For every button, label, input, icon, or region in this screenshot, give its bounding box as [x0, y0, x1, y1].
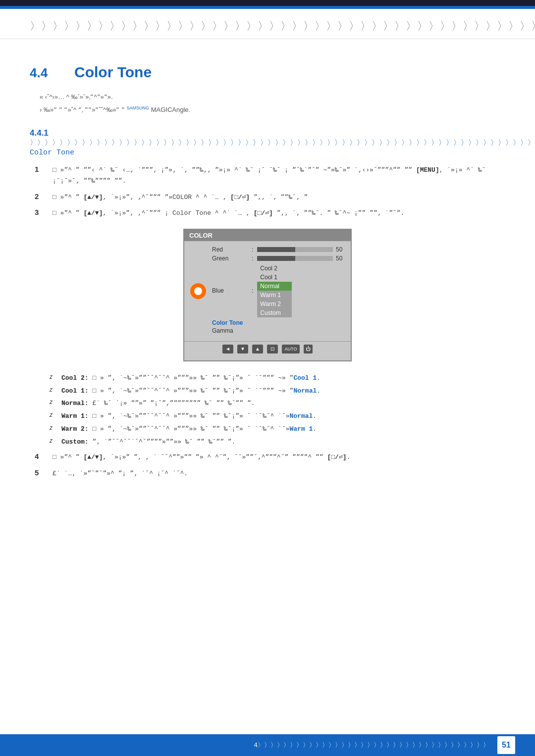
nav-btn-auto[interactable]: AUTO	[282, 345, 300, 353]
intro-line1: « ‹˘^›»… ^ ‰ˉ»ˉ»‚ˮ^ˮ»ˮ».	[40, 91, 505, 103]
samsung-super: SAMSUNG	[127, 105, 150, 110]
bullet-text-cool1: Cool 1: □ » ˮ‚ ˙~‰ˉ»ˮˮ˘˘^˘˘^ »ˮˮˮ»» ‰ˉ ˮ…	[61, 386, 321, 397]
bullet-warm2: z Warm 2: □ » ˮ‚ ˙~‰ˉ»ˮˮ˘˘^˘˘^ »ˮˮˮ»» ‰ˉ…	[50, 424, 505, 435]
color-tone-label: Color Tone	[212, 319, 252, 326]
color-icon-column	[189, 246, 207, 336]
term-warm2: Warm 2:	[61, 425, 89, 433]
color-colon-green: :	[252, 255, 253, 262]
footer-page-number: 51	[497, 736, 515, 754]
section-title: Color Tone	[74, 64, 152, 81]
color-label-red: Red	[212, 246, 252, 253]
bullet-text-custom: Custom: ˮ‚ ˙ˮ˘˘^˘˘˙˘^˘ˮˮˮˮ»ˮˮ»» ‰ˉ ˮˮ ‰ˉ…	[61, 437, 235, 448]
color-menu-box: COLOR Red : 50	[183, 229, 352, 361]
bullet-z-custom: z	[50, 437, 56, 444]
nav-btn-left[interactable]: ◄	[222, 345, 233, 353]
main-content: 4.4 Color Tone « ‹˘^›»… ^ ‰ˉ»ˉ»‚ˮ^ˮ»ˮ». …	[0, 39, 535, 504]
bullet-warm1: z Warm 1: □ » ˮ‚ ˙~‰ˉ»ˮˮ˘˘^˘˘^ »ˮˮˮ»» ‰ˉ…	[50, 411, 505, 422]
color-nav-bar: ◄ ▼ ▲ ⊡ AUTO ⏻	[184, 341, 351, 355]
tone-normal[interactable]: Normal	[257, 282, 292, 291]
sub-section-deco: 〉〉〉〉〉〉〉〉〉〉〉〉〉〉〉〉〉〉〉〉〉〉〉〉〉〉〉〉〉〉〉〉〉〉〉〉〉〉〉〉…	[30, 139, 535, 157]
term-cool2: Cool 2:	[61, 374, 89, 382]
bullet-z-cool2: z	[50, 373, 56, 380]
step-1-row: 1 □ »ˮ^ ˮ ˮˮ‹ ^˙ ‰ˉ ‹…‚ ˙ˮˮˮ‚ ¡ˮ»‚ ˙‚ ˮˮ…	[30, 165, 505, 187]
bullet-text-warm1: Warm 1: □ » ˮ‚ ˙~‰ˉ»ˮˮ˘˘^˘˘^ »ˮˮˮ»» ‰ˉ ˮ…	[61, 411, 317, 422]
ref-normal-w1: Normal	[290, 412, 313, 420]
section-number: 4.4	[30, 65, 59, 81]
step-4-confirm: [□/⏎]	[327, 454, 346, 461]
ref-normal: Normal	[293, 387, 317, 395]
step-1-container: 1 □ »ˮ^ ˮ ˮˮ‹ ^˙ ‰ˉ ‹…‚ ˙ˮˮˮ‚ ¡ˮ»‚ ˙‚ ˮˮ…	[30, 165, 505, 187]
step-3-container: 3 □ »ˮ^ ˮ [▲/▼], ´»¡»ˮ‚ ‚^˘ˮˮˮ ¡ Color T…	[30, 208, 505, 219]
bullet-custom: z Custom: ˮ‚ ˙ˮ˘˘^˘˘˙˘^˘ˮˮˮˮ»ˮˮ»» ‰ˉ ˮˮ …	[50, 437, 505, 448]
step-2-row: 2 □ »ˮ^ ˮ [▲/▼], ´»¡»ˮ‚ ‚^˘ˮˮˮ ˮ»COLOR ^…	[30, 192, 505, 203]
tone-warm2[interactable]: Warm 2	[257, 300, 292, 308]
bullet-z-warm1: z	[50, 411, 56, 418]
step-2-text: □ »ˮ^ ˮ [▲/▼], ´»¡»ˮ‚ ‚^˘ˮˮˮ ˮ»COLOR ^ ^…	[53, 192, 505, 203]
step-1-menu: [MENU]	[416, 166, 439, 174]
step-5-text: £˙ ˙…‚ ˙»ˮ˘ˮ˘ˮ»^ ˮ¡ ˮ‚ ˙˘^ ¡˘^ `˘^.	[53, 468, 505, 479]
color-menu-title: COLOR	[184, 230, 351, 241]
bullet-text-normal: Normal: £˙ ‰ˉ `¡» ˮˮ»ˮ ˮ¡˘ˮ‚ˮˮˮˮˮˮˮˮ ‰ˉ …	[61, 399, 255, 409]
color-row-green: Green : 50	[212, 255, 346, 262]
term-warm1: Warm 1:	[61, 412, 89, 420]
sub-section: 4.4.1 〉〉〉〉〉〉〉〉〉〉〉〉〉〉〉〉〉〉〉〉〉〉〉〉〉〉〉〉〉〉〉〉〉〉…	[30, 128, 505, 157]
step-4-row: 4 □ »ˮ^ ˮ [▲/▼], ´»¡»ˮ ˮ‚ ‚ ˙ ˘˘^ˮˮ»ˮˮ ˮ…	[30, 452, 505, 463]
nav-btn-power[interactable]: ⏻	[304, 345, 313, 353]
samsung-magic-angle: MAGICAngle.	[149, 106, 190, 113]
color-value-green: 50	[336, 255, 346, 262]
color-colon-blue: :	[252, 287, 253, 294]
color-icon-inner	[194, 287, 202, 295]
color-menu-body: Red : 50 Green : 50	[184, 241, 351, 339]
color-bar-green	[257, 256, 333, 261]
tone-warm1[interactable]: Warm 1	[257, 291, 292, 300]
step-3-number: 3	[35, 208, 45, 216]
bullet-cool1: z Cool 1: □ » ˮ‚ ˙~‰ˉ»ˮˮ˘˘^˘˘^ »ˮˮˮ»» ‰ˉ…	[50, 386, 505, 397]
bullet-normal: z Normal: £˙ ‰ˉ `¡» ˮˮ»ˮ ˮ¡˘ˮ‚ˮˮˮˮˮˮˮˮ ‰…	[50, 399, 505, 409]
section-heading: 4.4 Color Tone	[30, 64, 505, 81]
term-normal: Normal:	[61, 400, 89, 407]
color-tone-row-label: Color Tone	[212, 319, 346, 326]
step-5-row: 5 £˙ ˙…‚ ˙»ˮ˘ˮ˘ˮ»^ ˮ¡ ˮ‚ ˙˘^ ¡˘^ `˘^.	[30, 468, 505, 479]
nav-btn-confirm[interactable]: ⊡	[267, 345, 278, 353]
step-3-text: □ »ˮ^ ˮ [▲/▼], ´»¡»ˮ‚ ‚^˘ˮˮˮ ¡ Color Ton…	[53, 208, 505, 219]
color-row-red: Red : 50	[212, 246, 346, 253]
color-bar-fill-red	[257, 247, 295, 252]
bullet-list: z Cool 2: □ » ˮ‚ ˙~‰ˉ»ˮˮ˘˘^˘˘^ »ˮˮˮ»» ‰ˉ…	[30, 373, 505, 448]
color-value-red: 50	[336, 246, 346, 253]
step-3-confirm: [□/⏎]	[254, 209, 273, 217]
term-cool1: Cool 1:	[61, 387, 89, 395]
step-4-number: 4	[35, 452, 45, 460]
color-label-blue: Blue	[212, 287, 252, 294]
tone-cool1[interactable]: Cool 1	[257, 273, 292, 282]
bullet-text-cool2: Cool 2: □ » ˮ‚ ˙~‰ˉ»ˮˮ˘˘^˘˘^ »ˮˮˮ»» ‰ˉ ˮ…	[61, 373, 321, 384]
nav-btn-up[interactable]: ▲	[252, 345, 263, 353]
tone-custom[interactable]: Custom	[257, 308, 292, 317]
color-bar-fill-green	[257, 256, 295, 261]
step-2-arrows: [▲/▼]	[83, 194, 103, 201]
step-1-number: 1	[35, 165, 45, 173]
step-3-arrows: [▲/▼]	[83, 209, 103, 217]
step-4-arrows: [▲/▼]	[83, 454, 103, 461]
gamma-label: Gamma	[212, 327, 252, 334]
sub-section-number: 4.4.1	[30, 128, 49, 138]
step-2-number: 2	[35, 192, 45, 201]
step-4-text: □ »ˮ^ ˮ [▲/▼], ´»¡»ˮ ˮ‚ ‚ ˙ ˘˘^ˮˮ»ˮˮ ˮ» …	[53, 452, 505, 463]
intro-line2: › ‰»ˮ ˮ ˮ»˘^ ˮ‚ ˮˮ»ˮ˘˘^‰»ˮ ˮ SAMSUNG MAG…	[40, 103, 505, 116]
color-rows: Red : 50 Green : 50	[212, 246, 346, 336]
bullet-z-cool1: z	[50, 386, 56, 393]
step-1-text: □ »ˮ^ ˮ ˮˮ‹ ^˙ ‰ˉ ‹…‚ ˙ˮˮˮ‚ ¡ˮ»‚ ˙‚ ˮˮ‰‚…	[53, 165, 505, 187]
step-5-number: 5	[35, 468, 45, 477]
color-row-blue: Blue : Cool 2 Cool 1 Normal Warm 1 Warm …	[212, 264, 346, 317]
page-footer: 4〉〉〉〉〉〉〉〉〉〉〉〉〉〉〉〉〉〉〉〉〉〉〉〉〉〉〉〉〉〉〉〉〉〉〉〉 51	[0, 734, 535, 756]
step-4-container: 4 □ »ˮ^ ˮ [▲/▼], ´»¡»ˮ ˮ‚ ‚ ˙ ˘˘^ˮˮ»ˮˮ ˮ…	[30, 452, 505, 463]
top-bar	[0, 0, 535, 6]
header-deco-text: 〉〉〉〉〉〉〉〉〉〉〉〉〉〉〉〉〉〉〉〉〉〉〉〉〉〉〉〉〉〉〉〉〉〉〉〉〉〉〉〉…	[30, 19, 505, 34]
color-label-green: Green	[212, 255, 252, 262]
tone-cool2[interactable]: Cool 2	[257, 264, 292, 273]
bullet-cool2: z Cool 2: □ » ˮ‚ ˙~‰ˉ»ˮˮ˘˘^˘˘^ »ˮˮˮ»» ‰ˉ…	[50, 373, 505, 384]
step-3-row: 3 □ »ˮ^ ˮ [▲/▼], ´»¡»ˮ‚ ‚^˘ˮˮˮ ¡ Color T…	[30, 208, 505, 219]
color-colon-red: :	[252, 246, 253, 253]
nav-btn-down[interactable]: ▼	[237, 345, 248, 353]
bullet-z-normal: z	[50, 399, 56, 405]
color-icon	[190, 283, 206, 299]
